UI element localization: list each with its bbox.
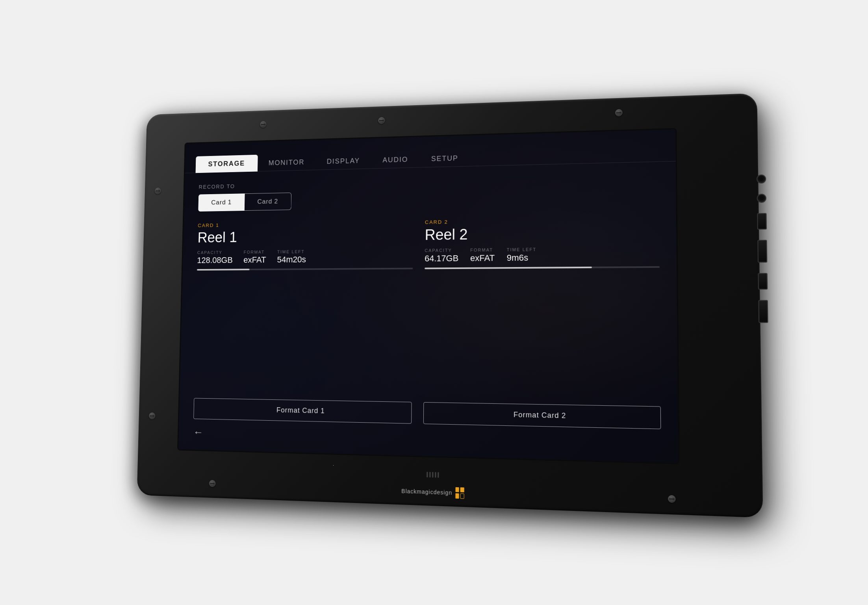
card1-progress-bg: [197, 268, 413, 271]
port-rect-2: [757, 240, 767, 263]
right-ports: [757, 174, 768, 323]
screw-top-1: [260, 121, 267, 128]
card1-format: FORMAT exFAT: [243, 250, 266, 265]
port-hole-1: [757, 174, 766, 184]
screw-bottom-1: [209, 480, 216, 487]
card2-capacity-value: 64.17GB: [425, 253, 458, 264]
card1-name: Reel 1: [197, 227, 413, 246]
screw-left-2: [149, 412, 156, 419]
card2-format-label: FORMAT: [470, 247, 495, 252]
format-card1-button[interactable]: Format Card 1: [193, 398, 412, 423]
format-buttons: Format Card 1 Format Card 2: [193, 398, 661, 429]
card1-timeleft-value: 54m20s: [277, 254, 306, 265]
brand-name: Blackmagicdesign: [401, 488, 452, 496]
screw-top-2: [378, 117, 385, 124]
card2-timeleft-label: TIME LEFT: [507, 247, 537, 252]
card2-format: FORMAT exFAT: [470, 247, 495, 264]
card2-capacity: CAPACITY 64.17GB: [425, 248, 458, 264]
port-hole-2: [757, 194, 767, 203]
card2-progress-bg: [425, 266, 660, 269]
logo-area: Blackmagicdesign: [401, 485, 464, 499]
cards-grid: CARD 1 Reel 1 CAPACITY 128.08GB FORMAT e…: [197, 216, 660, 280]
tab-display[interactable]: DISPLAY: [315, 153, 371, 170]
card1-capacity: CAPACITY 128.08GB: [197, 250, 233, 265]
content-area: RECORD TO Card 1 Card 2 CARD 1 Reel 1: [178, 161, 679, 463]
format-card2-button[interactable]: Format Card 2: [423, 402, 661, 429]
port-rect-3: [758, 273, 768, 290]
card1-timeleft-label: TIME LEFT: [277, 249, 306, 254]
card2-capacity-label: CAPACITY: [425, 248, 458, 253]
card1-format-label: FORMAT: [244, 250, 267, 254]
speaker-grille: [427, 472, 439, 478]
card1-section: CARD 1 Reel 1 CAPACITY 128.08GB FORMAT e…: [197, 219, 413, 280]
record-card2-button[interactable]: Card 2: [245, 193, 291, 211]
card1-progress-fill: [197, 269, 249, 271]
back-arrow[interactable]: ←: [193, 426, 203, 438]
tab-monitor[interactable]: MONITOR: [258, 154, 316, 171]
card2-section: CARD 2 Reel 2 CAPACITY 64.17GB FORMAT ex…: [425, 216, 660, 279]
screw-left-1: [155, 187, 161, 194]
screen-ui: STORAGE MONITOR DISPLAY AUDIO SETUP RECO…: [178, 129, 679, 463]
device-wrapper: Blackmagicdesign STORAGE MONITOR DISPLAY…: [99, 86, 769, 519]
screw-bottom-2: [668, 495, 676, 503]
card2-progress-fill: [425, 267, 592, 269]
card2-format-value: exFAT: [470, 253, 495, 264]
card2-details: CAPACITY 64.17GB FORMAT exFAT TIME LEFT …: [425, 246, 660, 264]
tab-setup[interactable]: SETUP: [419, 150, 470, 167]
card1-details: CAPACITY 128.08GB FORMAT exFAT TIME LEFT…: [197, 248, 413, 265]
card1-capacity-value: 128.08GB: [197, 255, 233, 265]
port-rect-4: [758, 300, 768, 323]
logo-squares: [455, 487, 464, 499]
card1-capacity-label: CAPACITY: [197, 250, 233, 255]
tab-audio[interactable]: AUDIO: [371, 151, 420, 168]
screen: STORAGE MONITOR DISPLAY AUDIO SETUP RECO…: [177, 128, 680, 464]
card1-timeleft: TIME LEFT 54m20s: [277, 249, 306, 265]
card2-timeleft: TIME LEFT 9m6s: [507, 247, 537, 263]
tab-storage[interactable]: STORAGE: [196, 155, 258, 173]
card2-name: Reel 2: [425, 224, 659, 244]
card1-format-value: exFAT: [243, 255, 266, 265]
device-body: Blackmagicdesign STORAGE MONITOR DISPLAY…: [137, 93, 763, 518]
screw-top-3: [615, 109, 623, 117]
record-to-buttons: Card 1 Card 2: [198, 185, 659, 212]
record-card1-button[interactable]: Card 1: [198, 193, 245, 212]
port-rect-1: [757, 213, 767, 230]
card2-timeleft-value: 9m6s: [507, 252, 537, 263]
